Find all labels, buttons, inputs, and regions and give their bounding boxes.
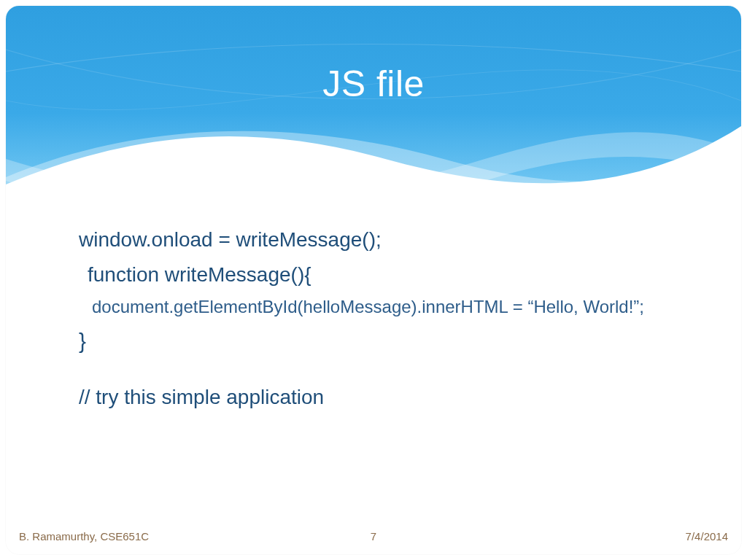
wave-header-bg [6,6,741,217]
slide-title: JS file [6,63,741,105]
code-line-4: } [79,324,697,357]
code-line-2: function writeMessage(){ [79,260,697,290]
blank-line [79,362,697,382]
footer-page-number: 7 [19,530,728,542]
code-line-5: // try this simple application [79,382,697,413]
code-line-1: window.onload = writeMessage(); [79,225,697,255]
code-line-3: document.getElementById(helloMessage).in… [79,295,697,320]
slide-body: window.onload = writeMessage(); function… [79,225,697,417]
slide: JS file window.onload = writeMessage(); … [6,6,741,554]
slide-footer: B. Ramamurthy, CSE651C 7 7/4/2014 [19,530,728,542]
